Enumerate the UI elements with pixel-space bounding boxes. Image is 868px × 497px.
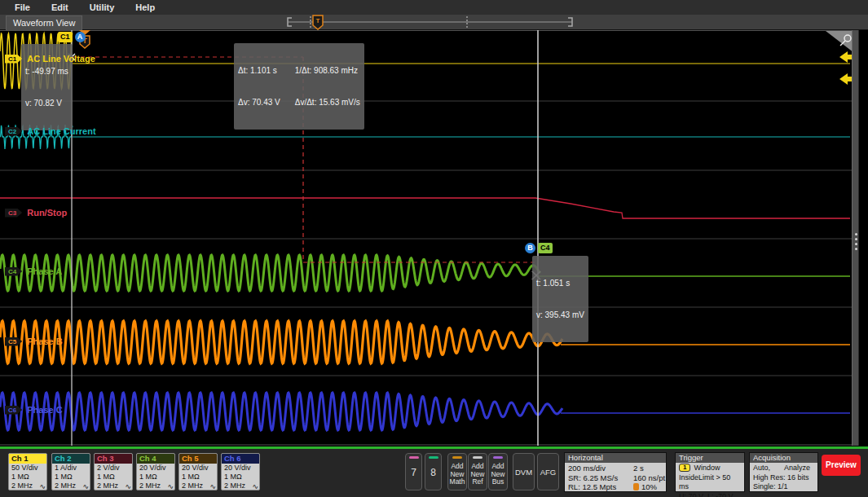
channel-badge-ch5[interactable]: Ch 5 20 V/div 1 MΩ 2 MHz ∿	[178, 453, 218, 490]
ch5-handle-tag[interactable]: C5	[5, 337, 22, 346]
trigger-type: Window	[694, 464, 720, 472]
ch1-handle-tag[interactable]: C1	[5, 55, 22, 64]
add-math-label: Add New Math	[450, 462, 465, 486]
ch6-scale: 20 V/div	[224, 464, 257, 473]
trigger-upper-level-arrow[interactable]	[839, 51, 853, 63]
ch6-handle-tag[interactable]: C6	[5, 406, 22, 415]
bandwidth-limit-icon: ∿	[39, 482, 46, 490]
ch2-impedance: 1 MΩ	[55, 473, 87, 482]
c4-badge[interactable]: C4	[538, 243, 553, 253]
label-ac-line-voltage[interactable]: C1 AC Line Voltage	[5, 54, 95, 64]
acquisition-title: Acquisition	[750, 453, 817, 463]
horizontal-position: 10%	[633, 482, 657, 492]
cursor-b-badge[interactable]: B	[525, 243, 535, 253]
trigger-panel[interactable]: Trigger 1Window InsideLimit > 50 ms U: 7…	[675, 452, 745, 492]
label-phase-b[interactable]: C5 Phase B	[5, 336, 63, 346]
add-new-bus-button[interactable]: Add New Bus	[488, 453, 508, 490]
channel-badge-ch2[interactable]: Ch 2 1 A/div 1 MΩ 2 MHz ∿	[51, 453, 90, 490]
acquisition-resolution: High Res: 16 bits	[753, 473, 814, 483]
afg-button[interactable]: AFG	[537, 453, 559, 490]
add-new-ref-button[interactable]: Add New Ref	[468, 453, 487, 490]
horizontal-panel[interactable]: Horizontal 200 ms/div2 s SR: 6.25 MS/s16…	[564, 452, 667, 492]
label-phase-c[interactable]: C6 Phase C	[5, 405, 63, 415]
oscilloscope-app: File Edit Utility Help Waveform View T	[0, 0, 868, 497]
afg-label: AFG	[540, 468, 557, 477]
waveform-display[interactable]: T C1 A t: -49.97 ms v: 70.82 V Δt:	[0, 30, 868, 446]
cursor-delta-readout[interactable]: Δt: 1.101 s Δv: 70.43 V 1/Δt: 908.63 mHz…	[234, 43, 364, 130]
trigger-title: Trigger	[676, 453, 744, 463]
delta-voltage: Δv: 70.43 V	[238, 97, 280, 108]
trigger-levels: U: 70 V L: -70 V	[679, 492, 741, 497]
acquisition-analyze: Analyze	[784, 464, 810, 473]
horizontal-window: 2 s	[633, 464, 644, 473]
ch1-label-text: AC Line Voltage	[27, 54, 95, 64]
ch7-color-stripe	[409, 456, 419, 459]
menu-utility[interactable]: Utility	[90, 2, 115, 12]
bandwidth-limit-icon: ∿	[167, 482, 174, 490]
channel-badge-ch3[interactable]: Ch 3 2 V/div 1 MΩ 2 MHz ∿	[94, 453, 133, 490]
trigger-lower-level-arrow[interactable]	[839, 73, 853, 85]
view-bar: Waveform View T	[0, 15, 868, 30]
channel-badge-ch1[interactable]: Ch 1 50 V/div 1 MΩ 2 MHz ∿	[8, 453, 47, 490]
bandwidth-limit-icon: ∿	[252, 482, 258, 490]
acquisition-mode: Auto,	[753, 464, 770, 473]
scroll-drag-handle[interactable]	[855, 233, 857, 253]
cursor-b-readout[interactable]: t: 1.051 s v: 395.43 mV	[532, 256, 588, 342]
ch3-scale: 2 V/div	[97, 464, 130, 473]
acquisition-panel[interactable]: Acquisition Auto,Analyze High Res: 16 bi…	[749, 452, 818, 492]
acquisition-single-count: Single: 1/1	[753, 482, 814, 492]
delta-time: Δt: 1.101 s	[238, 65, 280, 76]
ch7-label: 7	[411, 467, 416, 478]
ch2-handle-tag[interactable]: C2	[5, 127, 22, 136]
dvm-label: DVM	[515, 468, 532, 477]
ref-color-stripe	[473, 456, 482, 459]
menu-help[interactable]: Help	[135, 2, 155, 12]
channel-button-8[interactable]: 8	[425, 453, 442, 490]
record-view-minimap[interactable]: T	[285, 15, 579, 30]
menu-file[interactable]: File	[15, 2, 30, 12]
channel-badge-ch4[interactable]: Ch 4 20 V/div 1 MΩ 2 MHz ∿	[136, 453, 175, 490]
ch5-scale: 20 V/div	[182, 464, 214, 473]
dvm-button[interactable]: DVM	[513, 453, 535, 490]
menu-edit[interactable]: Edit	[51, 2, 68, 12]
ch6-label-text: Phase C	[27, 405, 62, 415]
cursor-b-value: v: 395.43 mV	[536, 310, 584, 320]
graticule-gridlines	[0, 31, 858, 446]
ch8-color-stripe	[429, 456, 438, 459]
add-new-math-button[interactable]: Add New Math	[447, 453, 467, 490]
vertical-scroll-strip[interactable]	[852, 30, 859, 446]
settings-bar: Ch 1 50 V/div 1 MΩ 2 MHz ∿ Ch 2 1 A/div …	[0, 449, 868, 497]
label-run-stop[interactable]: C3 Run/Stop	[5, 208, 67, 218]
ch1-scale: 50 V/div	[11, 464, 44, 473]
add-bus-label: Add New Bus	[491, 462, 504, 486]
horizontal-scale: 200 ms/div	[568, 464, 606, 473]
cursor-b-source-badges: B C4	[525, 243, 553, 253]
cursor-a-badge[interactable]: A	[75, 32, 86, 42]
ch3-handle-tag[interactable]: C3	[5, 209, 22, 218]
cursor-a-source-badges: C1 A	[58, 32, 86, 42]
ch3-label-text: Run/Stop	[27, 208, 67, 218]
channel-badge-ch6[interactable]: Ch 6 20 V/div 1 MΩ 2 MHz ∿	[221, 453, 260, 490]
ch8-label: 8	[430, 467, 436, 478]
channel-button-7[interactable]: 7	[405, 453, 422, 490]
ch4-scale: 20 V/div	[139, 464, 172, 473]
cursor-a-value: v: 70.82 V	[25, 98, 68, 108]
preview-button[interactable]: Preview	[822, 455, 861, 476]
trigger-source-badge: 1	[679, 464, 690, 472]
label-ac-line-current[interactable]: C2 AC Line Current	[5, 126, 96, 136]
ch4-handle-tag[interactable]: C4	[5, 267, 22, 276]
menu-bar: File Edit Utility Help	[0, 0, 868, 15]
tab-waveform-view[interactable]: Waveform View	[6, 15, 82, 30]
math-color-stripe	[452, 456, 462, 459]
bandwidth-limit-icon: ∿	[82, 482, 89, 490]
ch2-label-text: AC Line Current	[27, 126, 95, 136]
ch4-name: Ch 4	[137, 454, 174, 464]
bandwidth-limit-icon: ∿	[209, 482, 216, 490]
horizontal-record-length: RL: 12.5 Mpts	[568, 482, 616, 492]
label-phase-a[interactable]: C4 Phase A	[5, 266, 62, 276]
ch4-impedance: 1 MΩ	[139, 473, 172, 482]
bandwidth-limit-icon: ∿	[125, 482, 131, 490]
ch4-label-text: Phase A	[27, 266, 62, 276]
add-ref-label: Add New Ref	[470, 462, 484, 486]
c1-badge[interactable]: C1	[58, 32, 73, 42]
